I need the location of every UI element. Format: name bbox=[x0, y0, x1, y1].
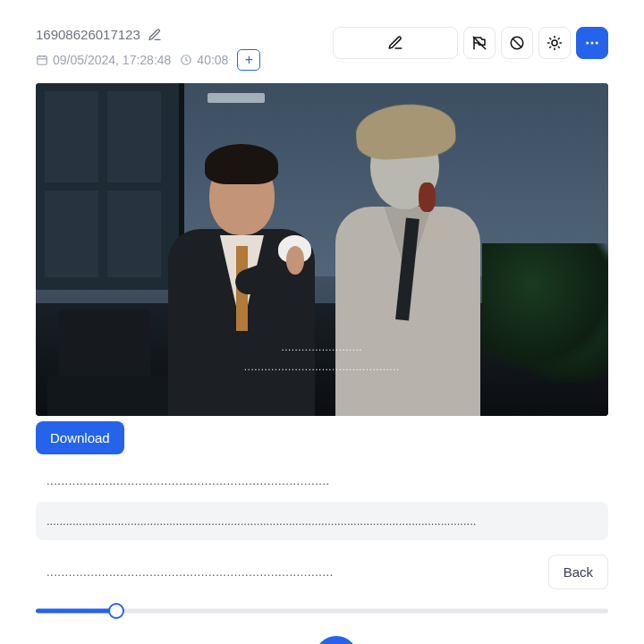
transcript-line-1: ........................................… bbox=[36, 474, 608, 487]
svg-point-6 bbox=[586, 42, 589, 45]
overlay-dots-b: ........................................… bbox=[244, 362, 400, 372]
overlay-dots-a: ........................ bbox=[282, 343, 363, 352]
date-text: 09/05/2024, 17:28:48 bbox=[53, 53, 171, 67]
add-button[interactable]: + bbox=[237, 49, 260, 71]
svg-point-5 bbox=[552, 40, 557, 46]
file-id: 16908626017123 bbox=[36, 27, 140, 42]
download-button[interactable]: Download bbox=[36, 421, 124, 454]
edit-title-icon[interactable] bbox=[148, 28, 162, 42]
duration-meta: 40:08 bbox=[180, 53, 228, 67]
transcript-line-3: ........................................… bbox=[36, 565, 334, 579]
edit-tool-button[interactable] bbox=[333, 27, 458, 59]
flag-off-button[interactable] bbox=[463, 27, 496, 59]
svg-point-8 bbox=[596, 42, 598, 45]
video-preview[interactable]: ........................ ...............… bbox=[36, 83, 608, 416]
svg-rect-0 bbox=[38, 56, 47, 64]
svg-line-4 bbox=[513, 38, 522, 48]
duration-text: 40:08 bbox=[197, 53, 228, 67]
transcript-line-2: ........................................… bbox=[36, 502, 608, 540]
disable-button[interactable] bbox=[501, 27, 533, 59]
more-options-button[interactable] bbox=[576, 27, 608, 59]
clock-icon bbox=[180, 54, 192, 66]
svg-point-7 bbox=[591, 42, 594, 45]
brightness-button[interactable] bbox=[538, 27, 571, 59]
date-meta: 09/05/2024, 17:28:48 bbox=[36, 53, 171, 67]
calendar-icon bbox=[36, 54, 48, 66]
progress-slider[interactable] bbox=[36, 606, 608, 616]
play-button[interactable] bbox=[315, 636, 358, 644]
back-button[interactable]: Back bbox=[548, 555, 608, 589]
